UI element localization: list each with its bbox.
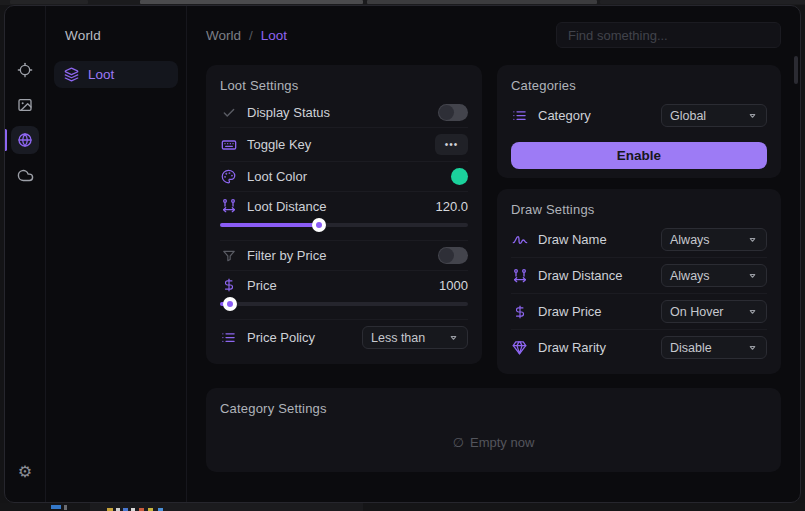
keyboard-icon [220, 137, 237, 153]
setting-row-toggle-key: Toggle Key ••• [220, 128, 468, 162]
select-value: Less than [371, 331, 425, 345]
setting-label: Loot Color [247, 169, 441, 184]
filter-by-price-toggle[interactable] [438, 247, 468, 264]
chevron-down-icon [747, 306, 758, 317]
breadcrumb-loot[interactable]: Loot [261, 28, 287, 43]
setting-label: Toggle Key [247, 137, 425, 152]
panel-category-settings: Category Settings ∅ Empty now [206, 388, 781, 472]
setting-label: Loot Distance [247, 199, 425, 214]
setting-label: Draw Distance [538, 268, 651, 283]
display-status-toggle[interactable] [438, 104, 468, 121]
setting-row-draw-price: Draw Price On Hover [511, 294, 767, 330]
enable-button[interactable]: Enable [511, 142, 767, 169]
background-tab [10, 0, 88, 4]
panel-draw-settings: Draw Settings Draw Name Always [497, 189, 781, 374]
slider-track[interactable] [220, 302, 468, 306]
panel-categories: Categories Category Global [497, 65, 781, 178]
rail-item-aim[interactable] [11, 56, 39, 84]
setting-value: 120.0 [435, 199, 468, 214]
empty-set-icon: ∅ [453, 435, 464, 450]
image-icon [17, 97, 33, 113]
gem-icon [511, 340, 528, 356]
dollar-icon [220, 277, 237, 293]
chevron-down-icon [747, 234, 758, 245]
loot-color-swatch[interactable] [451, 168, 468, 185]
setting-row-price-policy: Price Policy Less than [220, 320, 468, 355]
chevron-down-icon [747, 270, 758, 281]
taskbar-icon [51, 505, 61, 509]
layers-icon [64, 67, 79, 82]
signature-icon [511, 232, 528, 248]
breadcrumb-world[interactable]: World [206, 28, 241, 43]
setting-row-draw-rarity: Draw Rarity Disable [511, 330, 767, 365]
crosshair-icon [17, 62, 33, 78]
loot-distance-slider[interactable] [220, 218, 468, 232]
chevron-down-icon [747, 342, 758, 353]
draw-rarity-select[interactable]: Disable [661, 336, 767, 359]
empty-state: ∅ Empty now [220, 421, 767, 463]
rail-item-visuals[interactable] [11, 91, 39, 119]
check-icon [220, 105, 237, 121]
setting-row-loot-color: Loot Color [220, 162, 468, 192]
people-arrows-icon [220, 198, 237, 214]
rail-item-settings[interactable]: ⚙ [11, 457, 39, 485]
select-value: Disable [670, 341, 712, 355]
toggle-key-button[interactable]: ••• [435, 134, 468, 155]
people-arrows-icon [511, 268, 528, 284]
app-window: ⚙ World Loot World / Loot [4, 5, 801, 503]
breadcrumb-separator: / [249, 28, 253, 43]
panel-title: Category Settings [220, 401, 767, 416]
slider-thumb[interactable] [223, 297, 237, 311]
panel-title: Draw Settings [511, 202, 767, 217]
setting-label: Draw Name [538, 232, 651, 247]
setting-row-loot-distance: Loot Distance 120.0 [220, 192, 468, 241]
setting-row-filter-by-price: Filter by Price [220, 241, 468, 271]
sidebar-item-label: Loot [88, 67, 114, 82]
setting-label: Draw Rarity [538, 340, 651, 355]
chevron-down-icon [747, 110, 758, 121]
setting-label: Draw Price [538, 304, 651, 319]
funnel-icon [220, 248, 237, 264]
sidebar-header: World [65, 28, 178, 43]
setting-row-draw-distance: Draw Distance Always [511, 258, 767, 294]
price-policy-select[interactable]: Less than [362, 326, 468, 349]
setting-label: Display Status [247, 105, 428, 120]
palette-icon [220, 169, 237, 185]
panel-title: Categories [511, 78, 767, 93]
setting-row-display-status: Display Status [220, 98, 468, 128]
setting-row-price: Price 1000 [220, 271, 468, 320]
background-titlebar [140, 0, 363, 4]
rail-item-world[interactable] [11, 126, 39, 154]
main-area: World / Loot Loot Settings D [187, 6, 800, 502]
setting-label: Filter by Price [247, 248, 428, 263]
desktop: ⚙ World Loot World / Loot [0, 0, 805, 511]
setting-label: Category [538, 108, 651, 123]
select-value: On Hover [670, 305, 724, 319]
select-value: Always [670, 269, 710, 283]
draw-price-select[interactable]: On Hover [661, 300, 767, 323]
list-icon [220, 330, 237, 346]
panel-loot-settings: Loot Settings Display Status [206, 65, 482, 364]
taskbar-icon [64, 505, 67, 510]
category-select[interactable]: Global [661, 104, 767, 127]
draw-name-select[interactable]: Always [661, 228, 767, 251]
background-window-sliver-bottom [0, 503, 805, 511]
empty-state-label: Empty now [470, 435, 534, 450]
draw-distance-select[interactable]: Always [661, 264, 767, 287]
rail-item-cloud[interactable] [11, 161, 39, 189]
icon-rail: ⚙ [5, 6, 46, 502]
gear-icon: ⚙ [18, 462, 32, 481]
dollar-icon [511, 304, 528, 320]
select-value: Always [670, 233, 710, 247]
search-input[interactable] [556, 22, 781, 48]
sidebar-item-loot[interactable]: Loot [54, 61, 178, 88]
setting-label: Price [247, 278, 429, 293]
setting-label: Price Policy [247, 330, 352, 345]
scrollbar-thumb[interactable] [794, 56, 798, 84]
content: Loot Settings Display Status [187, 48, 800, 472]
slider-thumb[interactable] [312, 218, 326, 232]
chevron-down-icon [448, 332, 459, 343]
select-value: Global [670, 109, 706, 123]
toggle-knob [439, 105, 454, 120]
price-slider[interactable] [220, 297, 468, 311]
